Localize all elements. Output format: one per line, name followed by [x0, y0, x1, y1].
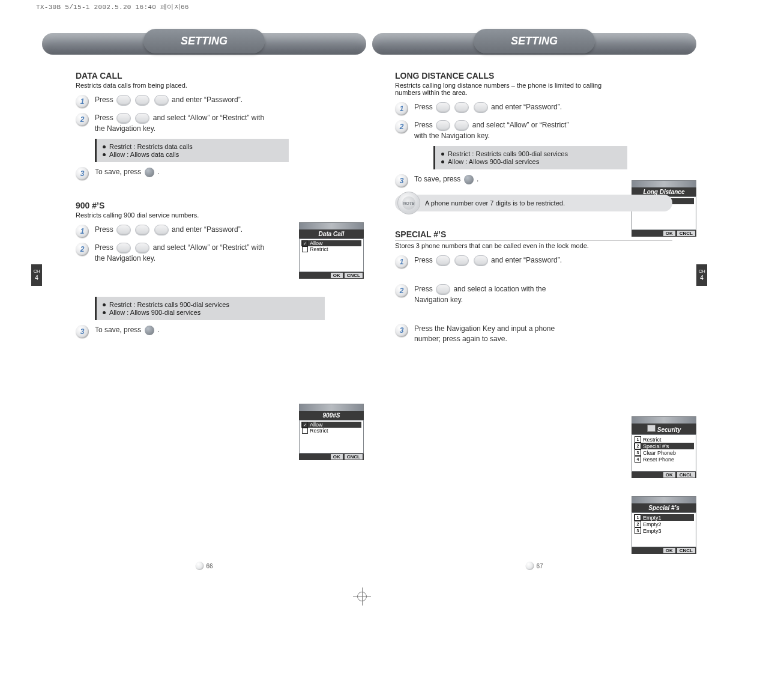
key-icon: [436, 102, 450, 113]
info-box: Restrict : Restricts data calls Allow : …: [95, 139, 289, 162]
phone-softkey-ok: OK: [331, 454, 343, 460]
page-67: SETTING CH 4 LONG DISTANCE CALLS Restric…: [372, 18, 696, 574]
num-box-icon: 3: [635, 449, 641, 456]
step-row: 3 To save, press .: [395, 174, 593, 187]
page-bullet-icon: [195, 562, 204, 570]
phone-softkey-ok: OK: [663, 231, 675, 236]
key-icon: [116, 95, 131, 106]
phone-softkey-cncl: CNCL: [677, 548, 695, 553]
note-text: A phone number over 7 digits is to be re…: [425, 199, 565, 207]
num-box-icon: 3: [635, 527, 641, 534]
phone-list: 1Empty1 2Empty2 3Empty3: [632, 512, 696, 547]
phone-item: Clear Phoneb: [643, 450, 676, 456]
chapter-label: CH: [699, 269, 705, 274]
section-title-900: 900 #’S: [76, 201, 353, 210]
step-text: Press and select “Allow” or “Restrict” w…: [414, 120, 569, 141]
phone-softkey-ok: OK: [663, 472, 675, 478]
step-text-part: .: [157, 168, 159, 176]
page-bullet-icon: [525, 562, 534, 570]
step-row: 1 Press and enter “Password”.: [395, 102, 569, 115]
phone-title: Data Call: [299, 229, 364, 238]
key-icon: [116, 225, 131, 235]
step-row: 3 To save, press .: [76, 325, 274, 338]
phone-item: Allow: [310, 240, 323, 246]
section-sub-900: Restricts calling 900 dial service numbe…: [76, 211, 353, 219]
step-text: To save, press .: [95, 167, 159, 177]
header-tab: SETTING: [143, 29, 265, 53]
step-row: 3 Press the Navigation Key and input a p…: [395, 324, 569, 345]
num-box-icon: 2: [635, 443, 641, 449]
page-header: SETTING: [42, 18, 366, 60]
step-text-part: To save, press: [95, 168, 141, 176]
step-text-part: Press: [95, 226, 113, 234]
step-text-part: Press: [414, 257, 433, 265]
step-number-2: 2: [76, 113, 89, 126]
chapter-tab: CH 4: [696, 264, 707, 286]
phone-status-bar: [632, 416, 696, 424]
phone-item: Empty3: [643, 528, 662, 534]
step-text-part: To save, press: [95, 326, 141, 334]
key-icon: [454, 255, 469, 266]
bullet-icon: [103, 153, 106, 156]
step-text-part: .: [157, 326, 159, 334]
key-icon: [135, 113, 149, 124]
step-text-part: To save, press: [414, 175, 460, 183]
phone-item: Allow: [310, 422, 323, 428]
section-title-ld: LONG DISTANCE CALLS: [395, 71, 672, 80]
key-icon: [135, 243, 149, 253]
step-text-part: and enter “Password”.: [172, 96, 243, 104]
step-text: Press and select “Allow” or “Restrict” w…: [95, 113, 274, 134]
info-box: Restrict : Restricts calls 900-dial serv…: [433, 146, 627, 169]
step-text-part: and select a location with the Navigatio…: [414, 285, 546, 305]
key-icon: [154, 225, 169, 235]
step-number-1: 1: [395, 255, 408, 269]
menu-icon: [647, 425, 656, 432]
key-icon: [454, 102, 469, 113]
phone-list: Allow Restrict: [299, 420, 364, 454]
num-box-icon: 2: [635, 521, 641, 527]
phone-item: Restrict: [643, 437, 662, 443]
info-text: Allow : Allows data calls: [109, 151, 179, 158]
phone-item: Special #’s: [643, 443, 669, 449]
info-text: Allow : Allows 900-dial services: [448, 158, 539, 165]
bullet-icon: [103, 303, 106, 306]
step-row: 2 Press and select “Allow” or “Restrict”…: [76, 243, 274, 264]
crop-mark-bottom: [357, 592, 367, 601]
phone-footer: OK CNCL: [632, 547, 696, 554]
step-text-part: Press: [414, 103, 433, 111]
key-icon: [474, 255, 488, 266]
phone-list: Allow Restrict: [299, 238, 364, 272]
chapter-number: 4: [35, 275, 38, 281]
step-text-part: and enter “Password”.: [491, 103, 562, 111]
phone-softkey-cncl: CNCL: [677, 231, 695, 236]
step-number-1: 1: [76, 225, 89, 238]
checkbox-empty-icon: [302, 246, 308, 252]
step-row: 2 Press and select “Allow” or “Restrict”…: [76, 113, 274, 134]
section-title-special: SPECIAL #’S: [395, 229, 672, 241]
step-text-part: Press: [95, 244, 113, 252]
page-body: DATA CALL Restricts data calls from bein…: [42, 71, 366, 338]
info-text: Restrict : Restricts data calls: [109, 143, 193, 150]
phone-screen-special: Special #’s 1Empty1 2Empty2 3Empty3 OK C…: [632, 496, 696, 554]
phone-status-bar: [632, 180, 696, 187]
phone-status-bar: [299, 222, 364, 229]
section-sub-ld: Restricts calling long distance numbers …: [395, 82, 623, 96]
key-icon: [474, 102, 488, 113]
step-text: Press and enter “Password”.: [95, 95, 243, 106]
info-text: Restrict : Restricts calls 900-dial serv…: [448, 150, 568, 157]
header-tab: SETTING: [474, 29, 595, 53]
phone-item: Restrict: [310, 428, 328, 434]
step-text-part: and enter “Password”.: [491, 257, 562, 265]
info-text: Restrict : Restricts calls 900-dial serv…: [109, 301, 229, 308]
num-box-icon: 1: [635, 436, 641, 443]
step-text: Press and enter “Password”.: [414, 255, 562, 266]
phone-softkey-ok: OK: [663, 548, 675, 553]
page-number-text: 67: [536, 563, 543, 569]
step-text-part: Press: [414, 285, 433, 294]
phone-softkey-ok: OK: [331, 273, 343, 278]
step-text: Press and enter “Password”.: [95, 225, 243, 235]
phone-item: Restrict: [310, 246, 328, 252]
page-66: SETTING CH 4 DATA CALL Restricts data ca…: [42, 18, 366, 574]
phone-list: 1Restrict 2Special #’s 3Clear Phoneb 4Re…: [632, 434, 696, 472]
step-number-1: 1: [395, 102, 408, 115]
